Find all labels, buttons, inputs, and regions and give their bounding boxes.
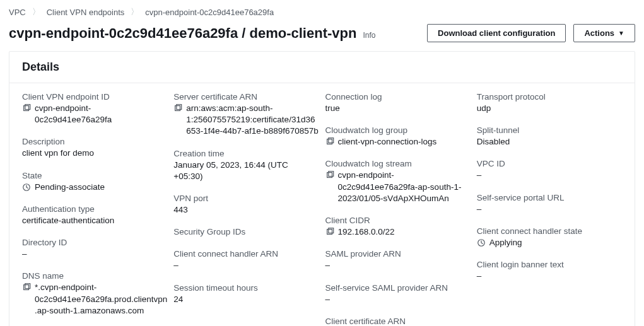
details-col-1: Client VPN endpoint ID cvpn-endpoint-0c2… bbox=[22, 92, 167, 326]
details-panel: Details Client VPN endpoint ID cvpn-endp… bbox=[9, 51, 635, 326]
details-col-2: Server certificate ARN arn:aws:acm:ap-so… bbox=[173, 92, 319, 326]
sg-ids-label: Security Group IDs bbox=[173, 227, 319, 236]
vpn-port-value: 443 bbox=[173, 204, 319, 216]
svg-rect-5 bbox=[175, 106, 180, 111]
caret-down-icon: ▼ bbox=[618, 30, 624, 37]
auth-type-label: Authentication type bbox=[22, 204, 167, 214]
transport-value: udp bbox=[477, 103, 622, 114]
vpc-id-value: – bbox=[477, 170, 622, 181]
breadcrumb: VPC 〉 Client VPN endpoints 〉 cvpn-endpoi… bbox=[0, 0, 644, 23]
status-applying-icon bbox=[477, 238, 486, 247]
ss-portal-label: Self-service portal URL bbox=[477, 193, 622, 202]
cw-stream-value: cvpn-endpoint-0c2c9d41ee76a29fa-ap-south… bbox=[338, 170, 471, 204]
banner-value: – bbox=[477, 271, 622, 282]
saml-value: – bbox=[325, 260, 471, 271]
status-pending-icon bbox=[22, 183, 31, 192]
cch-arn-value: – bbox=[173, 260, 319, 271]
page-header: cvpn-endpoint-0c2c9d41ee76a29fa / demo-c… bbox=[0, 23, 644, 51]
breadcrumb-endpoints[interactable]: Client VPN endpoints bbox=[47, 8, 125, 17]
svg-rect-10 bbox=[328, 172, 333, 177]
dns-name-value: *.cvpn-endpoint-0c2c9d41ee76a29fa.prod.c… bbox=[35, 282, 167, 317]
copy-icon[interactable] bbox=[325, 171, 334, 180]
copy-icon[interactable] bbox=[325, 228, 334, 236]
client-cert-label: Client certificate ARN bbox=[325, 317, 471, 326]
breadcrumb-root[interactable]: VPC bbox=[9, 8, 26, 17]
cch-state-value: Applying bbox=[489, 237, 622, 248]
svg-rect-1 bbox=[25, 105, 30, 110]
split-tunnel-value: Disabled bbox=[477, 136, 622, 148]
state-value: Pending-associate bbox=[35, 182, 167, 193]
server-cert-value: arn:aws:acm:ap-south-1:256075575219:cert… bbox=[186, 103, 319, 137]
ss-portal-value: – bbox=[477, 204, 622, 215]
breadcrumb-leaf: cvpn-endpoint-0c2c9d41ee76a29fa bbox=[145, 8, 274, 17]
panel-title: Details bbox=[9, 52, 635, 83]
cch-arn-label: Client connect handler ARN bbox=[173, 249, 319, 259]
svg-rect-9 bbox=[327, 173, 332, 178]
details-col-4: Transport protocol udp Split-tunnel Disa… bbox=[477, 92, 622, 326]
saml-label: SAML provider ARN bbox=[325, 249, 471, 259]
timeout-label: Session timeout hours bbox=[173, 283, 319, 293]
state-label: State bbox=[22, 171, 167, 180]
client-cidr-value: 192.168.0.0/22 bbox=[338, 226, 471, 238]
directory-id-label: Directory ID bbox=[22, 238, 167, 247]
vpn-port-label: VPN port bbox=[173, 194, 319, 203]
chevron-right-icon: 〉 bbox=[32, 6, 40, 18]
actions-button[interactable]: Actions ▼ bbox=[573, 24, 635, 42]
actions-label: Actions bbox=[584, 28, 614, 38]
svg-rect-4 bbox=[25, 284, 30, 289]
endpoint-id-value: cvpn-endpoint-0c2c9d41ee76a29fa bbox=[35, 103, 167, 125]
server-cert-label: Server certificate ARN bbox=[173, 92, 319, 102]
dns-name-label: DNS name bbox=[22, 271, 167, 281]
info-link[interactable]: Info bbox=[363, 31, 376, 40]
timeout-value: 24 bbox=[173, 294, 319, 305]
copy-icon[interactable] bbox=[22, 283, 31, 292]
conn-log-label: Connection log bbox=[325, 92, 471, 102]
svg-rect-7 bbox=[327, 139, 332, 144]
client-cidr-label: Client CIDR bbox=[325, 216, 471, 225]
cw-group-label: Cloudwatch log group bbox=[325, 125, 471, 135]
conn-log-value: true bbox=[325, 103, 471, 114]
page-title: cvpn-endpoint-0c2c9d41ee76a29fa / demo-c… bbox=[9, 25, 419, 42]
creation-time-label: Creation time bbox=[173, 149, 319, 158]
cw-group-value: client-vpn-connection-logs bbox=[338, 136, 471, 148]
svg-rect-6 bbox=[177, 105, 182, 110]
split-tunnel-label: Split-tunnel bbox=[477, 125, 622, 135]
download-config-button[interactable]: Download client configuration bbox=[427, 24, 566, 42]
svg-rect-12 bbox=[328, 228, 333, 233]
endpoint-id-label: Client VPN endpoint ID bbox=[22, 92, 167, 102]
auth-type-value: certificate-authentication bbox=[22, 215, 167, 226]
description-value: client vpn for demo bbox=[22, 148, 167, 159]
description-label: Description bbox=[22, 137, 167, 146]
cch-state-label: Client connect handler state bbox=[477, 226, 622, 236]
banner-label: Client login banner text bbox=[477, 260, 622, 269]
directory-id-value: – bbox=[22, 248, 167, 260]
details-col-3: Connection log true Cloudwatch log group… bbox=[325, 92, 471, 326]
svg-rect-11 bbox=[327, 230, 332, 235]
cw-stream-label: Cloudwatch log stream bbox=[325, 159, 471, 168]
copy-icon[interactable] bbox=[325, 137, 334, 146]
title-text: cvpn-endpoint-0c2c9d41ee76a29fa / demo-c… bbox=[9, 25, 356, 41]
copy-icon[interactable] bbox=[173, 104, 182, 113]
chevron-right-icon: 〉 bbox=[131, 6, 139, 18]
vpc-id-label: VPC ID bbox=[477, 159, 622, 168]
ss-saml-value: – bbox=[325, 294, 471, 305]
svg-rect-0 bbox=[24, 106, 29, 111]
transport-label: Transport protocol bbox=[477, 92, 622, 102]
ss-saml-label: Self-service SAML provider ARN bbox=[325, 283, 471, 293]
copy-icon[interactable] bbox=[22, 104, 31, 113]
creation-time-value: January 05, 2023, 16:44 (UTC +05:30) bbox=[173, 160, 319, 182]
svg-rect-8 bbox=[328, 138, 333, 143]
svg-rect-3 bbox=[24, 285, 29, 290]
